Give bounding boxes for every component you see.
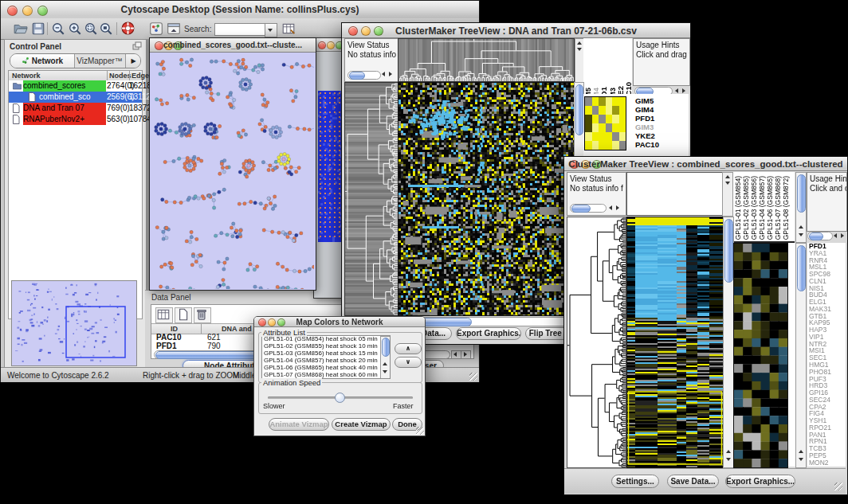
matrix-cell[interactable] xyxy=(612,132,619,141)
col-nodes[interactable]: Nodes xyxy=(109,72,132,80)
network-name[interactable]: DNA and Tran 07 xyxy=(23,103,106,114)
dialog-titlebar[interactable]: Map Colors to Network xyxy=(254,317,425,327)
tv2-resize-grip[interactable] xyxy=(834,483,842,490)
tv1-row-dendrogram[interactable] xyxy=(344,82,398,316)
matrix-cell[interactable] xyxy=(606,123,613,132)
tv1-row-label[interactable]: PFD1 xyxy=(635,114,670,123)
delete-button[interactable] xyxy=(194,307,211,323)
matrix-cell[interactable] xyxy=(619,115,626,123)
matrix-cell[interactable] xyxy=(592,106,599,115)
animate-vizmap-button[interactable]: Animate Vizmap xyxy=(269,418,329,431)
gene-label[interactable]: MON2 xyxy=(807,459,846,467)
table-mode-button[interactable] xyxy=(155,307,173,323)
matrix-cell[interactable] xyxy=(606,132,613,141)
resize-grip[interactable] xyxy=(469,373,477,381)
tv1-row-label[interactable]: GIM3 xyxy=(635,123,670,131)
network-list-row[interactable]: RNAPuberNov2+563(0)107847(0) xyxy=(9,114,142,125)
network-name[interactable]: combined_sco xyxy=(39,92,106,103)
zoom-selected-icon[interactable] xyxy=(99,21,113,36)
tv1-similarity-matrix[interactable] xyxy=(584,96,626,150)
matrix-cell[interactable] xyxy=(619,132,626,141)
matrix-cell[interactable] xyxy=(612,141,619,150)
matrix-cell[interactable] xyxy=(619,123,626,132)
matrix-cell[interactable] xyxy=(599,106,606,115)
tv2-column-label[interactable]: GPL51-08 (GSM872) xyxy=(783,176,790,240)
open-file-icon[interactable] xyxy=(14,21,28,36)
matrix-cell[interactable] xyxy=(599,115,606,123)
search-input[interactable] xyxy=(214,23,265,36)
tv1-status-scrollbar[interactable] xyxy=(347,71,381,80)
treeview1-titlebar[interactable]: ClusterMaker TreeView : DNA and Tran 07-… xyxy=(342,23,690,38)
tv2-scroll-strip[interactable] xyxy=(722,172,733,217)
matrix-cell[interactable] xyxy=(612,123,619,132)
tv2-status-scrollbar[interactable] xyxy=(570,204,607,213)
export-graphics-button[interactable]: Export Graphics... xyxy=(456,327,521,340)
new-page-button[interactable] xyxy=(175,307,192,323)
matrix-cell[interactable] xyxy=(592,123,599,132)
close-icon[interactable] xyxy=(318,41,326,49)
tv2-vscrollbar[interactable] xyxy=(723,217,734,468)
matrix-cell[interactable] xyxy=(592,141,599,150)
matrix-cell[interactable] xyxy=(612,115,619,123)
move-up-button[interactable]: ∧ xyxy=(395,343,422,354)
tv2-column-label[interactable]: GPL51-03 (GSM856) xyxy=(751,176,758,240)
undock-icon[interactable] xyxy=(132,41,142,51)
tab-network[interactable]: Network xyxy=(10,54,75,68)
network-canvas[interactable] xyxy=(150,53,314,289)
zoom-in-icon[interactable] xyxy=(68,21,82,36)
matrix-cell[interactable] xyxy=(619,97,626,106)
main-titlebar[interactable]: Cytoscape Desktop (Session Name: collins… xyxy=(1,1,479,19)
zoom-out-icon[interactable] xyxy=(51,21,65,36)
matrix-cell[interactable] xyxy=(585,106,592,115)
tab-vizmapper[interactable]: VizMapper™ xyxy=(75,54,124,68)
matrix-cell[interactable] xyxy=(585,115,592,123)
matrix-cell[interactable] xyxy=(592,132,599,141)
network-name[interactable]: combined_scores xyxy=(23,80,106,92)
tv2-usage-scrollbar[interactable] xyxy=(807,232,833,240)
scroll-right-button[interactable] xyxy=(461,350,471,359)
tv1-column-dendrogram[interactable] xyxy=(398,38,575,82)
matrix-cell[interactable] xyxy=(599,132,606,141)
matrix-cell[interactable] xyxy=(612,97,619,106)
network-window-titlebar[interactable]: combined_scores_good.txt--cluste... xyxy=(150,38,316,53)
network-overview-panel[interactable] xyxy=(11,280,137,366)
tv2-row-dendrogram[interactable] xyxy=(567,217,626,468)
matrix-cell[interactable] xyxy=(606,141,613,150)
tv1-row-label[interactable]: GIM4 xyxy=(635,105,670,114)
tab-overflow-arrow[interactable]: ▶ xyxy=(125,54,141,68)
matrix-cell[interactable] xyxy=(606,97,613,106)
matrix-cell[interactable] xyxy=(619,106,626,115)
matrix-cell[interactable] xyxy=(599,141,606,150)
search-dropdown-button[interactable] xyxy=(265,23,277,37)
tv1-heatmap[interactable] xyxy=(398,82,575,316)
tv2-labels-vscrollbar[interactable] xyxy=(795,172,807,243)
matrix-cell[interactable] xyxy=(599,97,606,106)
matrix-cell[interactable] xyxy=(592,97,599,106)
save-icon[interactable] xyxy=(31,21,45,36)
tv2-column-label[interactable]: GPL51-04 (GSM857) xyxy=(759,176,766,240)
matrix-cell[interactable] xyxy=(612,106,619,115)
tv2-column-label[interactable]: GPL51-07 (GSM868) xyxy=(775,176,782,240)
tv2-column-label[interactable]: GPL51-02 (GSM855) xyxy=(743,176,750,240)
treeview2-titlebar[interactable]: ClusterMaker TreeView : combined_scores_… xyxy=(564,157,847,171)
zoom-fit-icon[interactable] xyxy=(84,21,98,36)
matrix-cell[interactable] xyxy=(585,123,592,132)
save-data-button[interactable]: Save Data... xyxy=(667,475,719,488)
window-panel-icon[interactable] xyxy=(167,21,181,36)
help-lifesaver-icon[interactable] xyxy=(120,21,135,36)
network-list-row[interactable]: DNA and Tran 07769(0)183728(0) xyxy=(9,103,142,114)
tv1-row-label[interactable]: YKE2 xyxy=(635,131,670,140)
minimize-icon[interactable] xyxy=(327,41,335,49)
tv2-genes-vscrollbar[interactable] xyxy=(795,243,807,468)
network-name[interactable]: RNAPuberNov2+ xyxy=(23,114,106,125)
overview-canvas[interactable] xyxy=(12,281,135,364)
matrix-cell[interactable] xyxy=(585,132,592,141)
tv2-column-label[interactable]: GPL51-01 (GSM854) xyxy=(735,176,742,240)
col-network[interactable]: Network xyxy=(12,72,41,80)
create-vizmap-button[interactable]: Create Vizmap xyxy=(332,418,391,431)
network-list-row[interactable]: combined_sco2569(6)13112(15) xyxy=(9,92,142,103)
dialog-resize-grip[interactable] xyxy=(416,427,424,435)
move-down-button[interactable]: ∨ xyxy=(395,357,422,368)
speed-slider-thumb[interactable] xyxy=(335,393,345,403)
matrix-cell[interactable] xyxy=(585,97,592,106)
